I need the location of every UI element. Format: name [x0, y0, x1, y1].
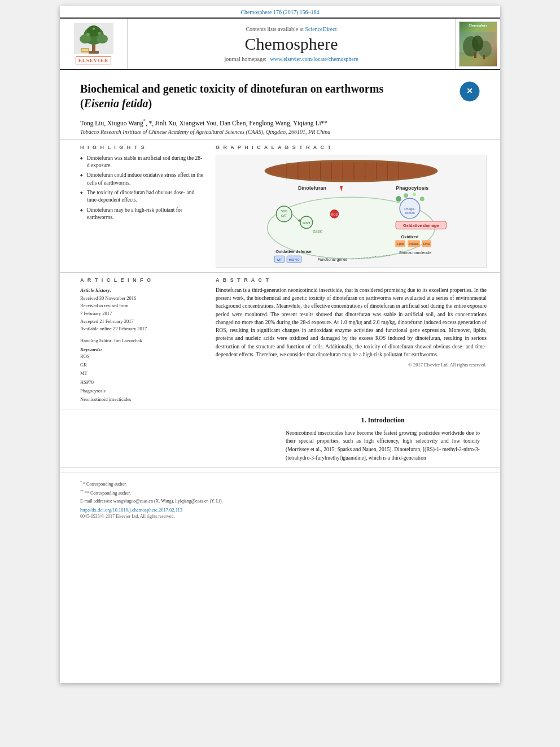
issn-line: 0045-6535/© 2017 Elsevier Ltd. All right… — [80, 514, 480, 519]
doi-link[interactable]: http://dx.doi.org/10.1016/j.chemosphere.… — [80, 507, 480, 513]
date-available: Available online 22 February 2017 — [80, 325, 204, 333]
footnote-email: E-mail addresses: wangxiuguo@caas.cn (X.… — [80, 498, 480, 505]
intro-right-column: 1. Introduction Neonicotinoid insecticid… — [286, 416, 480, 462]
article-info-abstract-section: A R T I C L E I N F O Article history: R… — [60, 273, 500, 409]
introduction-section: 1. Introduction Neonicotinoid insecticid… — [60, 409, 500, 469]
journal-header: ELSEVIER Contents lists available at Sci… — [60, 18, 500, 70]
svg-text:Oxidative damage: Oxidative damage — [403, 223, 439, 228]
article-header: Biochemical and genetic toxicity of dino… — [60, 76, 500, 116]
svg-text:CAT: CAT — [281, 214, 287, 217]
svg-text:✕: ✕ — [466, 86, 473, 95]
svg-rect-5 — [89, 51, 99, 54]
abstract-label: A B S T R A C T — [216, 277, 487, 283]
list-item: HSP70 — [80, 378, 204, 387]
footnote-corresponding2: ** ** Corresponding author. — [80, 489, 480, 497]
list-item: Dinotefuran could induce oxidative stres… — [80, 172, 204, 187]
svg-text:GSH: GSH — [303, 221, 310, 225]
elsevier-brand-text: ELSEVIER — [76, 56, 112, 64]
crossmark-icon[interactable]: ✕ CrossMark — [460, 81, 480, 102]
svg-text:GSSC: GSSC — [313, 229, 323, 233]
svg-rect-17 — [474, 53, 476, 58]
svg-text:Phagocytosis: Phagocytosis — [396, 185, 428, 191]
svg-rect-10 — [82, 49, 88, 50]
graphical-abstract-label: G R A P H I C A L A B S T R A C T — [216, 145, 487, 150]
svg-text:Biomacromolecule: Biomacromolecule — [399, 251, 431, 255]
svg-point-53 — [420, 196, 425, 201]
affiliation: Tobacco Research Institute of Chinese Ac… — [60, 128, 500, 140]
cover-thumbnail: Chemosphere — [459, 21, 497, 67]
intro-columns: 1. Introduction Neonicotinoid insecticid… — [80, 416, 480, 462]
list-item: The toxicity of dinotefuran had obvious … — [80, 189, 204, 204]
highlights-label: H I G H L I G H T S — [80, 145, 204, 150]
journal-url[interactable]: www.elsevier.com/locate/chemosphere — [270, 56, 358, 62]
date-received: Received 30 November 2016 — [80, 295, 204, 303]
intro-left-column — [80, 416, 274, 462]
svg-text:MT: MT — [277, 258, 282, 261]
page: Chemosphere 176 (2017) 156–164 — [60, 6, 500, 683]
svg-text:Functional genes: Functional genes — [318, 257, 348, 262]
svg-point-16 — [472, 36, 483, 51]
journal-center: Contents lists available at ScienceDirec… — [128, 19, 455, 69]
svg-point-52 — [413, 193, 416, 196]
page-footer: * * Corresponding author. ** ** Correspo… — [60, 473, 500, 523]
keywords-section: Keywords: ROS GR MT HSP70 Phagocytosis N… — [80, 347, 204, 404]
svg-text:Oxidative defense: Oxidative defense — [275, 249, 311, 254]
svg-point-3 — [97, 34, 108, 43]
svg-point-23 — [268, 162, 435, 180]
list-item: ROS — [80, 352, 204, 361]
svg-rect-18 — [483, 55, 485, 59]
graphical-abstract-image: Dinotefuran Phagocytosis SOD CAT GSH — [216, 155, 487, 268]
list-item: MT — [80, 369, 204, 378]
graphical-abstract-column: G R A P H I C A L A B S T R A C T — [216, 145, 487, 268]
journal-cover-image: Chemosphere — [455, 19, 500, 69]
abstract-column: A B S T R A C T Dinotefuran is a third-g… — [216, 277, 487, 404]
keywords-label: Keywords: — [80, 347, 204, 352]
copyright: © 2017 Elsevier Ltd. All rights reserved… — [216, 362, 487, 368]
svg-text:Protein: Protein — [409, 242, 418, 246]
svg-point-51 — [404, 193, 408, 198]
svg-text:Phago-: Phago- — [404, 207, 415, 211]
abstract-text: Dinotefuran is a third-generation neonic… — [216, 286, 487, 359]
sciencedirect-link[interactable]: ScienceDirect — [305, 26, 336, 32]
highlights-graphical-section: H I G H L I G H T S Dinotefuran was stab… — [60, 140, 500, 273]
article-history: Article history: Received 30 November 20… — [80, 287, 204, 333]
svg-text:ROS: ROS — [331, 213, 338, 216]
date-revised-label: Received in revised form — [80, 302, 204, 310]
svg-point-2 — [80, 34, 91, 43]
elsevier-logo: ELSEVIER — [60, 19, 128, 69]
elsevier-tree-icon — [74, 23, 113, 54]
list-item: GR — [80, 361, 204, 369]
authors-line: Tong Liu, Xiuguo Wang*, *, Jinli Xu, Xia… — [60, 116, 500, 128]
svg-text:SOD: SOD — [281, 209, 287, 213]
intro-paragraph: Neonicotinoid insecticides have become t… — [286, 429, 480, 462]
svg-marker-36 — [340, 186, 343, 191]
journal-reference: Chemosphere 176 (2017) 156–164 — [60, 6, 500, 18]
article-title: Biochemical and genetic toxicity of dino… — [80, 81, 454, 111]
highlights-column: H I G H L I G H T S Dinotefuran was stab… — [80, 145, 204, 268]
journal-homepage: journal homepage: www.elsevier.com/locat… — [224, 56, 358, 62]
cover-title: Chemosphere — [469, 24, 487, 27]
keywords-list: ROS GR MT HSP70 Phagocytosis Neonicotino… — [80, 352, 204, 404]
list-item: Phagocytosis — [80, 387, 204, 395]
svg-point-50 — [396, 196, 401, 202]
footnote-corresponding1: * * Corresponding author. — [80, 480, 480, 488]
svg-text:DNA: DNA — [423, 242, 430, 246]
intro-section-title: 1. Introduction — [286, 416, 480, 425]
history-label: Article history: — [80, 287, 204, 293]
journal-ref-text: Chemosphere 176 (2017) 156–164 — [240, 9, 319, 15]
article-info-label: A R T I C L E I N F O — [80, 277, 204, 283]
svg-rect-11 — [82, 50, 88, 51]
list-item: Neonicotinoid insecticides — [80, 395, 204, 404]
svg-text:Dinotefuran: Dinotefuran — [298, 185, 326, 191]
contents-line: Contents lists available at ScienceDirec… — [246, 26, 336, 32]
svg-text:CrossMark: CrossMark — [463, 97, 477, 101]
svg-text:HSP70: HSP70 — [289, 258, 300, 261]
list-item: Dinotefuran may be a high-risk pollutant… — [80, 207, 204, 222]
svg-rect-0 — [92, 45, 95, 51]
date-accepted: Accepted 21 February 2017 — [80, 318, 204, 326]
handling-editor: Handling Editor: Jim Lazorchak — [80, 338, 204, 343]
highlights-list: Dinotefuran was stable in artificial soi… — [80, 155, 204, 221]
svg-text:somes: somes — [405, 211, 415, 215]
species-name: Eisenia fetida — [84, 97, 148, 110]
journal-name: Chemosphere — [245, 34, 338, 54]
